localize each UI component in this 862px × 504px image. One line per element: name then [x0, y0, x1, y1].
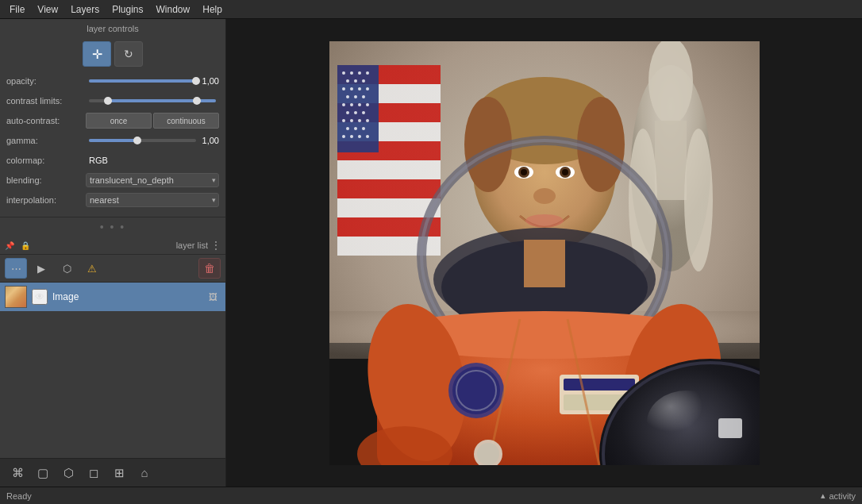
svg-point-9 [346, 79, 349, 83]
svg-point-53 [525, 214, 564, 227]
statusbar: Ready ▴ activity [0, 487, 862, 504]
svg-point-38 [648, 41, 693, 125]
opacity-row: opacity: 1,00 [6, 73, 219, 89]
opacity-label: opacity: [6, 76, 86, 86]
layer-controls-header: layer controls [6, 24, 219, 37]
svg-point-30 [346, 127, 349, 130]
svg-point-77 [477, 443, 499, 465]
colormap-label: colormap: [6, 156, 86, 165]
activity-button[interactable]: ▴ activity [821, 491, 856, 501]
main-layout: layer controls ✛ ↻ opacity: 1,00 contras… [0, 19, 862, 487]
activity-label: activity [829, 491, 856, 501]
layer-type-icon: 🖼 [205, 289, 221, 305]
blending-select[interactable]: translucent_no_depth additive opaque tra… [86, 173, 219, 187]
svg-point-13 [350, 87, 353, 90]
svg-point-41 [684, 129, 713, 271]
labels-tool-btn[interactable]: ⬡ [56, 258, 78, 279]
svg-point-51 [562, 169, 568, 175]
svg-point-8 [366, 71, 369, 75]
svg-point-11 [362, 79, 365, 83]
interpolation-row: interpolation: nearest linear cubic ▾ [6, 192, 219, 208]
blending-label: blending: [6, 175, 86, 185]
gamma-label: gamma: [6, 136, 86, 145]
delete-layer-btn[interactable]: 🗑 [198, 258, 221, 279]
layer-list-menu-icon[interactable]: ⋮ [211, 240, 221, 251]
contrast-row: contrast limits: [6, 93, 219, 109]
grid-btn[interactable]: ⊞ [108, 462, 130, 484]
bottom-toolbar: ⌘ ▢ ⬡ ◻ ⊞ ⌂ [0, 458, 225, 487]
svg-point-12 [342, 87, 345, 90]
svg-rect-67 [564, 379, 635, 391]
blending-select-wrapper: translucent_no_depth additive opaque tra… [86, 173, 219, 187]
interpolation-label: interpolation: [6, 195, 86, 205]
gamma-slider[interactable] [89, 139, 196, 142]
colormap-value: RGB [89, 156, 108, 165]
auto-contrast-row: auto-contrast: once continuous [6, 113, 219, 129]
image-container [329, 41, 760, 465]
interpolation-select-wrapper: nearest linear cubic ▾ [86, 193, 219, 207]
svg-point-25 [362, 111, 365, 114]
svg-point-31 [354, 127, 357, 130]
controls-toolbar: ✛ ↻ [6, 41, 219, 67]
svg-point-29 [366, 119, 369, 122]
home-btn[interactable]: ⌂ [133, 462, 156, 484]
opacity-slider[interactable] [89, 79, 196, 83]
svg-point-6 [350, 71, 353, 75]
svg-point-28 [358, 119, 361, 122]
svg-point-21 [358, 103, 361, 106]
menu-file[interactable]: File [3, 2, 31, 17]
svg-point-22 [366, 103, 369, 106]
svg-point-64 [452, 367, 500, 414]
svg-point-24 [354, 111, 357, 114]
rotate-button[interactable]: ↻ [114, 41, 143, 67]
layer-thumbnail [5, 286, 27, 308]
move-button[interactable]: ✛ [83, 41, 111, 67]
layer-pin-icon: 📌 [5, 241, 17, 250]
menu-view[interactable]: View [31, 2, 64, 17]
interpolation-select[interactable]: nearest linear cubic [86, 193, 219, 207]
layer-toolbar: ⋯ ▶ ⬡ ⚠ 🗑 [0, 255, 225, 283]
svg-point-35 [358, 135, 361, 138]
svg-rect-72 [718, 418, 742, 438]
terminal-btn[interactable]: ⌘ [6, 462, 29, 484]
menu-help[interactable]: Help [196, 2, 229, 17]
ready-status: Ready [6, 491, 32, 501]
canvas-area[interactable] [226, 19, 862, 487]
svg-point-10 [354, 79, 357, 83]
layer-list-label: layer list [33, 240, 208, 250]
menu-window[interactable]: Window [150, 2, 197, 17]
warning-btn[interactable]: ⚠ [81, 258, 103, 279]
menu-layers[interactable]: Layers [64, 2, 106, 17]
contrast-slider[interactable] [89, 99, 216, 102]
svg-point-71 [647, 391, 726, 454]
layer-visibility-btn[interactable]: 👁 [32, 289, 48, 305]
svg-rect-4 [337, 65, 379, 152]
continuous-button[interactable]: continuous [153, 113, 219, 129]
svg-point-33 [342, 135, 345, 138]
svg-point-15 [366, 87, 369, 90]
svg-point-7 [358, 71, 361, 75]
shapes-tool-btn[interactable]: ▶ [30, 258, 52, 279]
svg-point-23 [346, 111, 349, 114]
layer-thumb-preview [6, 287, 26, 307]
cube-btn[interactable]: ⬡ [57, 462, 79, 484]
layer-item[interactable]: 👁 Image 🖼 [0, 283, 225, 311]
colormap-row: colormap: RGB [6, 152, 219, 168]
points-tool-btn[interactable]: ⋯ [5, 258, 27, 279]
svg-rect-39 [655, 121, 687, 200]
layer-list-header: 📌 🔒 layer list ⋮ [0, 237, 225, 255]
gamma-value: 1,00 [202, 136, 219, 145]
rectangle-btn[interactable]: ▢ [32, 462, 54, 484]
svg-point-27 [350, 119, 353, 122]
menu-plugins[interactable]: Plugins [106, 2, 149, 17]
svg-point-17 [354, 95, 357, 98]
opacity-value: 1,00 [202, 76, 219, 86]
auto-contrast-buttons: once continuous [86, 113, 219, 129]
gamma-row: gamma: 1,00 [6, 133, 219, 148]
cube-outline-btn[interactable]: ◻ [83, 462, 105, 484]
once-button[interactable]: once [86, 113, 152, 129]
svg-rect-56 [524, 240, 565, 287]
svg-point-48 [521, 169, 527, 175]
contrast-label: contrast limits: [6, 96, 86, 106]
svg-point-32 [362, 127, 365, 130]
